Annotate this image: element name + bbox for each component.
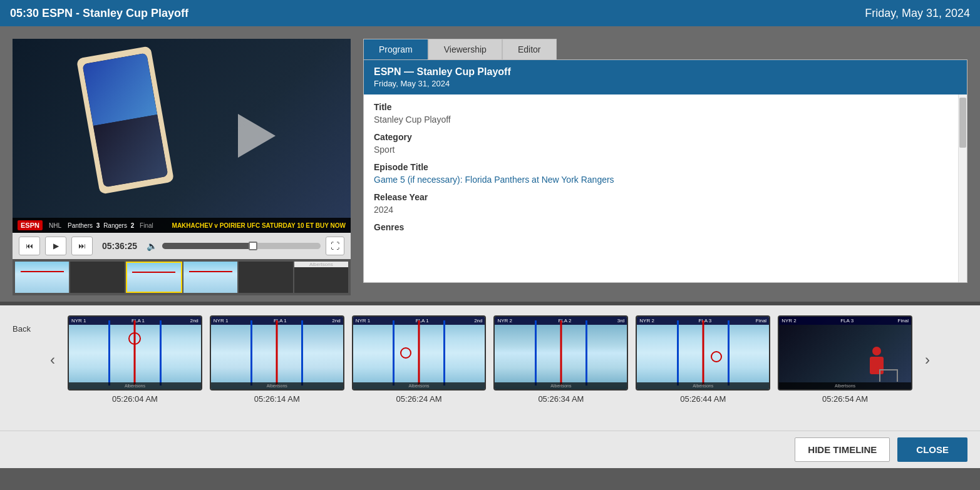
- thumbnail-strip: Albertsons: [13, 259, 351, 295]
- tab-viewership[interactable]: Viewership: [428, 39, 502, 59]
- content-panel: ESPN — Stanley Cup Playoff Friday, May 3…: [363, 59, 967, 283]
- timeline-thumb-6[interactable]: NYR 2FLA 3Final Albertsons: [778, 315, 912, 390]
- release-year-label: Release Year: [374, 192, 949, 202]
- close-button[interactable]: CLOSE: [897, 437, 967, 462]
- timeline-thumb-4[interactable]: NYR 2FLA 23rd Albertsons: [493, 315, 628, 390]
- timeline-thumb-1[interactable]: NYR 1FLA 12nd Albertsons: [68, 315, 202, 390]
- sport-label: NHL: [49, 222, 61, 229]
- prev-arrow[interactable]: ‹: [44, 351, 61, 369]
- forward-button[interactable]: ⏭: [71, 237, 93, 255]
- strip-thumb-6[interactable]: Albertsons: [294, 262, 348, 293]
- timestamp-4: 05:26:34 AM: [538, 394, 584, 404]
- strip-thumb-5[interactable]: [239, 262, 292, 293]
- timeline-item-1[interactable]: NYR 1FLA 12nd Albertsons 05:26:04 AM: [68, 315, 202, 404]
- timestamp-1: 05:26:04 AM: [112, 394, 158, 404]
- video-section: ESPN NHL Panthers 3 Rangers 2 Final MAKH…: [13, 39, 351, 295]
- timestamp-2: 05:26:14 AM: [254, 394, 300, 404]
- scroll-indicator[interactable]: [958, 94, 967, 282]
- hide-timeline-button[interactable]: HIDE TIMELINE: [795, 437, 890, 462]
- video-player[interactable]: ESPN NHL Panthers 3 Rangers 2 Final MAKH…: [13, 39, 351, 233]
- strip-thumb-2[interactable]: [70, 262, 124, 293]
- timeline-thumb-3[interactable]: NYR 1FLA 12nd Albertsons: [352, 315, 487, 390]
- genres-label: Genres: [374, 222, 949, 232]
- category-value: Sport: [374, 145, 949, 155]
- content-body[interactable]: Title Stanley Cup Playoff Category Sport…: [364, 94, 967, 282]
- progress-thumb[interactable]: [249, 242, 257, 250]
- espn-logo: ESPN: [18, 220, 43, 230]
- timeline-item-4[interactable]: NYR 2FLA 23rd Albertsons 05:26:34 AM: [493, 315, 628, 404]
- rewind-button[interactable]: ⏮: [19, 237, 40, 255]
- fullscreen-button[interactable]: ⛶: [326, 237, 344, 255]
- timeline-thumb-2[interactable]: NYR 1FLA 12nd Albertsons: [210, 315, 344, 390]
- tabs: Program Viewership Editor: [363, 39, 967, 59]
- episode-title-label: Episode Title: [374, 162, 949, 172]
- tab-program[interactable]: Program: [363, 39, 428, 59]
- timeline-item-6[interactable]: NYR 2FLA 3Final Albertsons 05:26:54 AM: [778, 315, 912, 404]
- timeline-row: ‹ NYR 1FLA 12nd: [13, 315, 967, 404]
- play-button[interactable]: ▶: [45, 237, 66, 255]
- time-display: 05:36:25: [98, 241, 142, 251]
- score-info: Panthers 3 Rangers 2 Final: [68, 222, 166, 229]
- content-header-date: Friday, May 31, 2024: [374, 79, 957, 88]
- timeline-thumb-5[interactable]: NYR 2FLA 3Final Albertsons: [636, 315, 770, 390]
- progress-bar[interactable]: [162, 243, 321, 249]
- tab-editor[interactable]: Editor: [502, 39, 557, 59]
- content-header-title: ESPN — Stanley Cup Playoff: [374, 66, 957, 78]
- category-label: Category: [374, 132, 949, 142]
- timeline-items: NYR 1FLA 12nd Albertsons 05:26:04 AM: [68, 315, 912, 404]
- video-controls: ⏮ ▶ ⏭ 05:36:25 🔈 ⛶: [13, 233, 351, 259]
- ad-banner: MAKHACHEV v POIRIER UFC SATURDAY 10 ET B…: [172, 222, 346, 229]
- timeline-item-5[interactable]: NYR 2FLA 3Final Albertsons 05:26:44 AM: [636, 315, 770, 404]
- footer-buttons: HIDE TIMELINE CLOSE: [0, 431, 980, 468]
- strip-thumb-4[interactable]: [183, 262, 237, 293]
- timeline-item-3[interactable]: NYR 1FLA 12nd Albertsons 05:26:24 AM: [352, 315, 487, 404]
- title-label: Title: [374, 102, 949, 112]
- strip-thumb-3[interactable]: [126, 262, 182, 293]
- timestamp-3: 05:26:24 AM: [396, 394, 442, 404]
- top-header: 05:30 ESPN - Stanley Cup Playoff Friday,…: [0, 0, 980, 26]
- info-panel: Program Viewership Editor ESPN — Stanley…: [363, 39, 967, 295]
- strip-thumb-1[interactable]: [15, 262, 69, 293]
- content-header: ESPN — Stanley Cup Playoff Friday, May 3…: [364, 60, 967, 94]
- header-date: Friday, May 31, 2024: [865, 7, 970, 20]
- timestamp-5: 05:26:44 AM: [680, 394, 726, 404]
- scroll-thumb[interactable]: [959, 98, 966, 148]
- next-arrow[interactable]: ›: [919, 351, 936, 369]
- episode-title-value: Game 5 (if necessary): Florida Panthers …: [374, 175, 949, 185]
- bottom-section: Back ‹ NYR 1FLA 12nd: [0, 305, 980, 431]
- progress-fill: [162, 243, 257, 249]
- header-title: 05:30 ESPN - Stanley Cup Playoff: [10, 7, 188, 20]
- back-label: Back: [13, 324, 31, 334]
- video-thumbnail: ESPN NHL Panthers 3 Rangers 2 Final MAKH…: [13, 39, 351, 233]
- timestamp-6: 05:26:54 AM: [822, 394, 868, 404]
- volume-icon: 🔈: [147, 241, 157, 251]
- main-content: ESPN NHL Panthers 3 Rangers 2 Final MAKH…: [0, 26, 980, 302]
- video-score-bar: ESPN NHL Panthers 3 Rangers 2 Final MAKH…: [13, 218, 351, 233]
- title-value: Stanley Cup Playoff: [374, 115, 949, 125]
- timeline-item-2[interactable]: NYR 1FLA 12nd Albertsons 05:26:14 AM: [210, 315, 344, 404]
- release-year-value: 2024: [374, 205, 949, 215]
